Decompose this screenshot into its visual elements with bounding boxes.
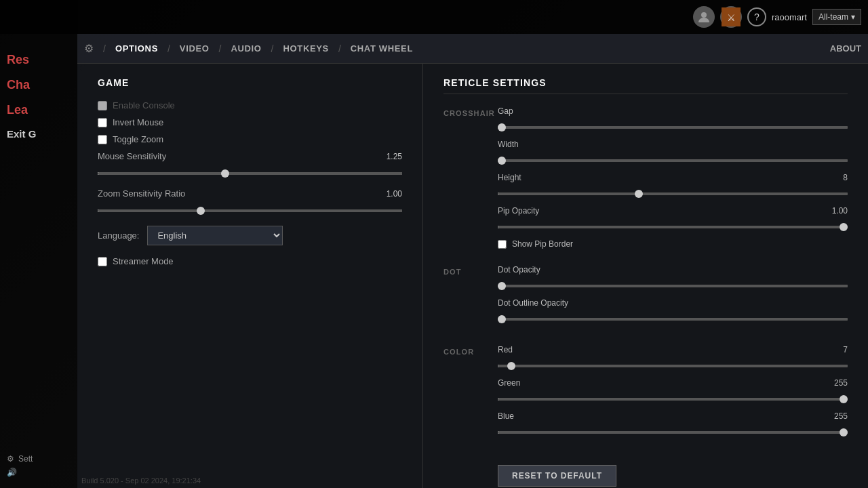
width-control: Width: [498, 140, 848, 165]
main-panel: ⚙ / OPTIONS / VIDEO / AUDIO / HOTKEYS / …: [77, 34, 868, 488]
language-select[interactable]: English French Spanish German: [147, 226, 283, 245]
dot-opacity-slider[interactable]: [498, 285, 848, 287]
enable-console-checkbox[interactable]: [98, 101, 107, 110]
settings-label: Sett: [18, 454, 33, 464]
height-slider[interactable]: [498, 192, 848, 195]
mouse-sensitivity-value: 1.25: [387, 152, 402, 161]
sidebar-item-lea[interactable]: Lea: [0, 98, 77, 123]
height-label: Height: [498, 173, 521, 182]
tab-chat-wheel[interactable]: CHAT WHEEL: [347, 43, 417, 54]
dot-outline-slider[interactable]: [498, 318, 848, 321]
dot-opacity-label: Dot Opacity: [498, 265, 540, 274]
show-pip-border-checkbox[interactable]: [498, 240, 507, 249]
settings-item[interactable]: ⚙ Sett: [7, 454, 71, 464]
toggle-zoom-row: Toggle Zoom: [98, 134, 402, 144]
mouse-sensitivity-slider[interactable]: [98, 172, 402, 175]
enable-console-row: Enable Console: [98, 100, 402, 110]
gap-slider[interactable]: [498, 126, 848, 129]
height-value: 8: [843, 173, 848, 182]
crosshair-section: CROSSHAIR Gap Width: [443, 106, 848, 251]
avatar: [693, 6, 715, 28]
pip-opacity-label: Pip Opacity: [498, 206, 539, 216]
dot-controls: Dot Opacity Dot Outline Opacity: [498, 265, 848, 331]
volume-item[interactable]: 🔊: [7, 468, 71, 477]
tab-video[interactable]: VIDEO: [176, 43, 214, 54]
team-label: All-team: [818, 12, 848, 22]
width-slider[interactable]: [498, 159, 848, 162]
top-bar: ⚔ ? raoomart All-team ▾: [0, 0, 868, 34]
reticle-title: RETICLE SETTINGS: [443, 77, 848, 94]
dot-opacity-control: Dot Opacity: [498, 265, 848, 290]
game-avatar: ⚔: [720, 6, 742, 28]
tab-hotkeys[interactable]: HOTKEYS: [279, 43, 332, 54]
blue-label: Blue: [498, 411, 514, 421]
zoom-sensitivity-label: Zoom Sensitivity Ratio: [98, 188, 185, 199]
color-controls: Red 7 Green 255: [498, 345, 848, 445]
sidebar-item-res[interactable]: Res: [0, 47, 77, 73]
invert-mouse-checkbox[interactable]: [98, 118, 107, 127]
show-pip-border-label: Show Pip Border: [512, 239, 573, 249]
help-button[interactable]: ?: [747, 7, 766, 26]
green-value: 255: [834, 378, 848, 388]
pip-opacity-control: Pip Opacity 1.00: [498, 206, 848, 231]
color-section-label: COLOR: [443, 345, 498, 445]
toggle-zoom-checkbox[interactable]: [98, 135, 107, 144]
zoom-sensitivity-slider[interactable]: [98, 209, 402, 212]
toggle-zoom-label: Toggle Zoom: [113, 134, 163, 144]
tab-audio[interactable]: AUDIO: [226, 43, 265, 54]
sidebar-item-cha[interactable]: Cha: [0, 73, 77, 98]
sidebar-bottom: ⚙ Sett 🔊: [0, 447, 77, 488]
dropdown-chevron-icon: ▾: [851, 12, 855, 22]
svg-text:⚔: ⚔: [726, 12, 735, 23]
settings-nav-icon: ⚙: [84, 42, 94, 55]
invert-mouse-label: Invert Mouse: [113, 117, 163, 127]
volume-icon: 🔊: [7, 468, 17, 477]
username: raoomart: [772, 12, 807, 22]
svg-point-0: [701, 12, 707, 18]
blue-slider[interactable]: [498, 431, 848, 434]
red-label: Red: [498, 345, 513, 354]
sidebar-item-exit[interactable]: Exit G: [0, 123, 77, 145]
game-settings-panel: GAME Enable Console Invert Mouse Toggle …: [77, 64, 423, 488]
nav-tabs: ⚙ / OPTIONS / VIDEO / AUDIO / HOTKEYS / …: [77, 34, 868, 64]
build-info: Build 5.020 - Sep 02 2024, 19:21:34: [81, 476, 201, 485]
blue-value: 255: [834, 411, 848, 421]
dot-outline-control: Dot Outline Opacity: [498, 298, 848, 323]
streamer-mode-checkbox[interactable]: [98, 257, 107, 266]
enable-console-label: Enable Console: [113, 100, 175, 110]
invert-mouse-row: Invert Mouse: [98, 117, 402, 127]
tab-options[interactable]: OPTIONS: [111, 43, 162, 54]
dot-section: DOT Dot Opacity Dot Outline Opacity: [443, 265, 848, 331]
team-dropdown[interactable]: All-team ▾: [812, 9, 861, 25]
reticle-settings-panel: RETICLE SETTINGS CROSSHAIR Gap: [423, 64, 868, 488]
dot-section-label: DOT: [443, 265, 498, 331]
red-value: 7: [843, 345, 848, 354]
game-title: GAME: [98, 77, 402, 88]
reset-to-default-button[interactable]: RESET TO DEFAULT: [498, 465, 616, 487]
sidebar: Res Cha Lea Exit G: [0, 34, 77, 145]
language-label: Language:: [98, 230, 139, 241]
crosshair-section-label: CROSSHAIR: [443, 106, 498, 251]
nav-sep-5: /: [338, 43, 341, 54]
zoom-sensitivity-value: 1.00: [387, 189, 402, 199]
red-slider[interactable]: [498, 365, 848, 367]
reset-button-area: RESET TO DEFAULT: [443, 458, 848, 488]
nav-about[interactable]: ABOUT: [830, 43, 861, 54]
color-section: COLOR Red 7 Green 255: [443, 345, 848, 445]
pip-opacity-value: 1.00: [832, 206, 848, 216]
width-label: Width: [498, 140, 519, 149]
height-control: Height 8: [498, 173, 848, 198]
gap-label: Gap: [498, 106, 513, 116]
dot-outline-label: Dot Outline Opacity: [498, 298, 568, 308]
blue-control: Blue 255: [498, 411, 848, 436]
mouse-sensitivity-label: Mouse Sensitivity: [98, 151, 166, 161]
nav-sep-4: /: [271, 43, 274, 54]
crosshair-controls: Gap Width Height: [498, 106, 848, 251]
nav-sep-1: /: [103, 43, 106, 54]
green-label: Green: [498, 378, 520, 388]
mouse-sensitivity-section: Mouse Sensitivity 1.25: [98, 151, 402, 178]
pip-opacity-slider[interactable]: [498, 226, 848, 228]
green-slider[interactable]: [498, 398, 848, 401]
language-row: Language: English French Spanish German: [98, 226, 402, 245]
content-area: GAME Enable Console Invert Mouse Toggle …: [77, 64, 868, 488]
